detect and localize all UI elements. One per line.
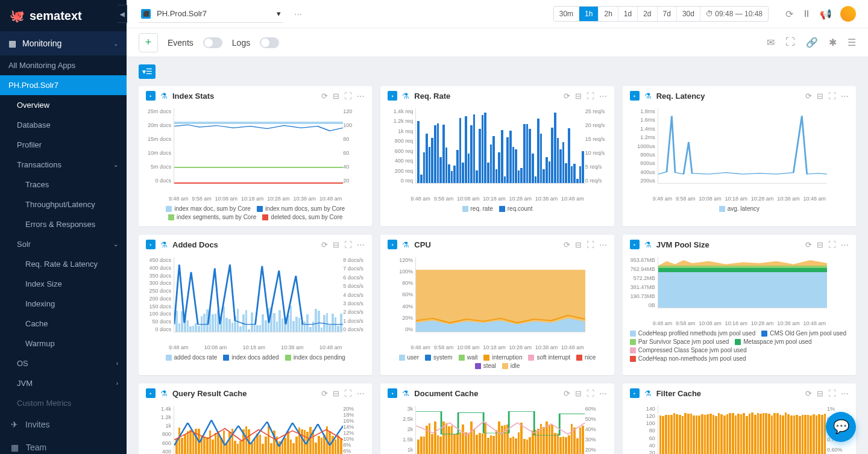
- refresh-icon[interactable]: ⟳: [564, 240, 570, 249]
- sidebar-invites[interactable]: ✈Invites: [0, 413, 127, 436]
- puzzle-icon[interactable]: ✱: [829, 37, 837, 48]
- refresh-icon[interactable]: ⟳: [805, 240, 812, 249]
- expand-icon[interactable]: ⛶: [828, 389, 836, 398]
- panel-title: Index Stats: [172, 92, 214, 101]
- sidebar-indexsize[interactable]: Index Size: [0, 274, 127, 294]
- collapse-icon[interactable]: ⊟: [333, 240, 339, 249]
- sidebar-section-monitoring[interactable]: ▦ Monitoring ⌄: [0, 31, 127, 55]
- filter-icon[interactable]: ⚗: [402, 389, 409, 398]
- more-icon[interactable]: ⋯: [292, 7, 304, 21]
- time-2h[interactable]: 2h: [599, 7, 618, 21]
- menu-icon[interactable]: ☰: [848, 37, 856, 48]
- time-30m[interactable]: 30m: [554, 7, 579, 21]
- avatar[interactable]: [840, 6, 856, 22]
- more-icon[interactable]: ⋯: [357, 389, 365, 398]
- sidebar-solr[interactable]: Solr⌄: [0, 234, 127, 254]
- expand-icon[interactable]: ⛶: [828, 240, 836, 249]
- sidebar-cache[interactable]: Cache: [0, 314, 127, 334]
- app-selector[interactable]: ⬛ PH.Prod.Solr7 ▾: [139, 5, 283, 23]
- link-icon[interactable]: 🔗: [806, 37, 818, 48]
- more-icon[interactable]: ⋯: [841, 92, 849, 101]
- time-1h[interactable]: 1h: [579, 7, 599, 21]
- filter-icon[interactable]: ⚗: [402, 92, 409, 101]
- time-7d[interactable]: 7d: [658, 7, 677, 21]
- expand-icon[interactable]: ⛶: [344, 240, 352, 249]
- add-button[interactable]: +: [139, 33, 158, 52]
- filter-icon[interactable]: ⚗: [160, 240, 168, 249]
- more-icon[interactable]: ⋯: [599, 92, 607, 101]
- filter-icon[interactable]: ⚗: [644, 240, 652, 249]
- expand-icon[interactable]: ⛶: [828, 92, 836, 101]
- sidebar-all-apps[interactable]: All Monitoring Apps: [0, 55, 127, 75]
- sidebar-transactions[interactable]: Transactions⌄: [0, 155, 127, 175]
- sidebar-throughput[interactable]: Throughput/Latency: [0, 194, 127, 214]
- more-icon[interactable]: ⋯: [599, 240, 607, 249]
- refresh-icon[interactable]: ⟳: [321, 92, 328, 101]
- events-toggle[interactable]: [203, 37, 222, 48]
- more-icon[interactable]: ⋯: [357, 240, 365, 249]
- expand-icon[interactable]: ⛶: [587, 389, 594, 398]
- collapse-icon[interactable]: ⊟: [817, 92, 823, 101]
- section-label: Monitoring: [22, 39, 61, 48]
- sidebar-traces[interactable]: Traces: [0, 175, 127, 194]
- expand-icon[interactable]: ⛶: [587, 92, 594, 101]
- pause-icon[interactable]: ⏸: [802, 8, 811, 19]
- refresh-icon[interactable]: ⟳: [321, 389, 328, 398]
- refresh-icon[interactable]: ⟳: [785, 8, 793, 20]
- expand-icon[interactable]: ⛶: [344, 389, 352, 398]
- sidebar-custom[interactable]: Custom Metrics: [0, 393, 127, 413]
- chart-icon: ▪: [146, 388, 156, 398]
- refresh-icon[interactable]: ⟳: [321, 240, 328, 249]
- filter-icon[interactable]: ⚗: [160, 389, 168, 398]
- sidebar-errors[interactable]: Errors & Responses: [0, 214, 127, 234]
- logs-toggle[interactable]: [260, 37, 279, 48]
- filter-icon[interactable]: ⚗: [644, 389, 652, 398]
- collapse-icon[interactable]: ⊟: [333, 92, 339, 101]
- sidebar-indexing[interactable]: Indexing: [0, 294, 127, 314]
- chart-icon: ▪: [388, 388, 397, 398]
- collapse-icon[interactable]: ⊟: [575, 389, 582, 398]
- chart-icon: ▪: [388, 240, 397, 249]
- filter-button[interactable]: ▾☰: [139, 64, 156, 79]
- mail-icon[interactable]: ✉: [767, 37, 775, 48]
- collapse-icon[interactable]: ⊟: [817, 389, 823, 398]
- expand-icon[interactable]: ⛶: [344, 92, 352, 101]
- collapse-sidebar-icon[interactable]: ◀: [118, 5, 127, 23]
- time-2d[interactable]: 2d: [638, 7, 657, 21]
- sidebar-profiler[interactable]: Profiler: [0, 135, 127, 155]
- refresh-icon[interactable]: ⟳: [564, 389, 570, 398]
- app-name: PH.Prod.Solr7: [157, 9, 271, 18]
- collapse-icon[interactable]: ⊟: [575, 92, 582, 101]
- announce-icon[interactable]: 📢: [820, 8, 832, 20]
- chat-button[interactable]: 💬: [826, 412, 856, 442]
- more-icon[interactable]: ⋯: [841, 389, 849, 398]
- logo-icon: 🐙: [10, 8, 25, 23]
- filter-icon[interactable]: ⚗: [160, 92, 168, 101]
- collapse-icon[interactable]: ⊟: [333, 389, 339, 398]
- sidebar-app[interactable]: PH.Prod.Solr7: [0, 75, 127, 95]
- sidebar-os[interactable]: OS›: [0, 353, 127, 373]
- time-30d[interactable]: 30d: [677, 7, 700, 21]
- sidebar-overview[interactable]: Overview: [0, 95, 127, 115]
- filter-icon[interactable]: ⚗: [644, 92, 652, 101]
- chart-icon: ▪: [630, 91, 640, 101]
- collapse-icon[interactable]: ⊟: [575, 240, 582, 249]
- refresh-icon[interactable]: ⟳: [805, 389, 812, 398]
- refresh-icon[interactable]: ⟳: [805, 92, 812, 101]
- sidebar-warmup[interactable]: Warmup: [0, 334, 127, 353]
- collapse-icon[interactable]: ⊟: [817, 240, 823, 249]
- time-range[interactable]: ⏱ 09:48 — 10:48: [700, 7, 768, 21]
- sidebar-reqrate[interactable]: Req. Rate & Latency: [0, 254, 127, 274]
- sidebar-team[interactable]: ▦Team: [0, 436, 127, 454]
- more-icon[interactable]: ⋯: [599, 389, 607, 398]
- filter-icon[interactable]: ⚗: [402, 240, 409, 249]
- sidebar-jvm[interactable]: JVM›: [0, 373, 127, 393]
- more-icon[interactable]: ⋯: [841, 240, 849, 249]
- sidebar-database[interactable]: Database: [0, 115, 127, 135]
- expand-icon[interactable]: ⛶: [587, 240, 594, 249]
- more-icon[interactable]: ⋯: [357, 92, 365, 101]
- fullscreen-icon[interactable]: ⛶: [785, 37, 795, 48]
- content[interactable]: ▾☰ ▪ ⚗ Index Stats ⟳⊟⛶⋯ 25m docs20m docs…: [127, 57, 868, 454]
- refresh-icon[interactable]: ⟳: [564, 92, 570, 101]
- time-1d[interactable]: 1d: [618, 7, 638, 21]
